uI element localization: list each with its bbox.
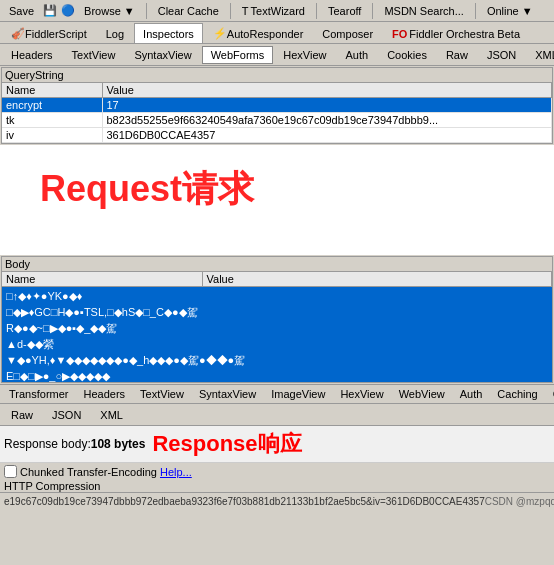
- body-section: Body Name Value □↑◆♦✦●YK●◆♦ □◆▶♦GC□H◆●▪T…: [1, 256, 553, 383]
- chunked-row: Chunked Transfer-Encoding Help...: [4, 465, 192, 478]
- trans-tab-imageview[interactable]: ImageView: [264, 386, 332, 402]
- resp-subtab-json[interactable]: JSON: [43, 406, 90, 424]
- body-selected-content[interactable]: □↑◆♦✦●YK●◆♦ □◆▶♦GC□H◆●▪TSL,□◆hS◆□_C◆●◆駕 …: [2, 287, 552, 382]
- text-icon: T: [242, 5, 249, 17]
- body-line-4: ▲d-◆◆縈: [6, 337, 548, 353]
- response-body-label: Response body:: [4, 437, 91, 451]
- trans-tab-hexview[interactable]: HexView: [333, 386, 390, 402]
- response-options: Chunked Transfer-Encoding Help...: [0, 463, 554, 480]
- table-row[interactable]: tk b823d55255e9f663240549afa7360e19c67c0…: [2, 113, 552, 128]
- tab-fiddler-orchestra[interactable]: FO Fiddler Orchestra Beta: [383, 23, 529, 43]
- status-text: e19c67c09db19ce73947dbbb972edbaeba9323f6…: [4, 496, 485, 507]
- msdn-search-button[interactable]: MSDN Search...: [379, 3, 468, 19]
- trans-tab-webview[interactable]: WebView: [392, 386, 452, 402]
- browse-button[interactable]: Browse ▼: [79, 3, 140, 19]
- http-compression-row: HTTP Compression: [0, 480, 554, 492]
- querystring-label: QueryString: [2, 68, 552, 83]
- row-value: 17: [102, 98, 552, 113]
- trans-tab-transformer[interactable]: Transformer: [2, 386, 76, 402]
- save-button[interactable]: Save: [4, 3, 39, 19]
- resp-subtab-xml[interactable]: XML: [91, 406, 132, 424]
- inspector-tab-row: Headers TextView SyntaxView WebForms Hex…: [0, 44, 554, 66]
- online-button[interactable]: Online ▼: [482, 3, 538, 19]
- body-table: Name Value: [2, 272, 552, 287]
- lightning-icon: ⚡: [213, 27, 227, 40]
- subtab-json[interactable]: JSON: [478, 46, 525, 64]
- subtab-xml[interactable]: XML: [526, 46, 554, 64]
- http-compression-label: HTTP Compression: [4, 480, 100, 492]
- subtab-webforms[interactable]: WebForms: [202, 46, 274, 64]
- status-right: CSDN @mzpqq: [485, 496, 554, 507]
- chunked-label: Chunked Transfer-Encoding: [20, 466, 157, 478]
- tab-fiddlerscript[interactable]: 🎻 FiddlerScript: [2, 23, 96, 43]
- toolbar-icon2: 🔵: [61, 4, 75, 17]
- toolbar: Save 💾 🔵 Browse ▼ Clear Cache T TextWiza…: [0, 0, 554, 22]
- trans-tab-syntaxview[interactable]: SyntaxView: [192, 386, 263, 402]
- subtab-cookies[interactable]: Cookies: [378, 46, 436, 64]
- toolbar-sep4: [372, 3, 373, 19]
- response-annotation: Response响应: [152, 429, 301, 459]
- response-body-line: Response body: 108 bytes Response响应: [4, 429, 550, 459]
- main-tab-row: 🎻 FiddlerScript Log Inspectors ⚡ AutoRes…: [0, 22, 554, 44]
- body-line-5: ▼◆●YH,♦▼◆◆◆◆◆◆◆●◆_h◆◆◆●◆駕●◆◆●駕: [6, 353, 548, 369]
- querystring-table: Name Value encrypt 17 tk b823d55255e9f66…: [2, 83, 552, 143]
- subtab-hexview[interactable]: HexView: [274, 46, 335, 64]
- subtab-raw[interactable]: Raw: [437, 46, 477, 64]
- trans-tab-headers[interactable]: Headers: [77, 386, 133, 402]
- main-container: Save 💾 🔵 Browse ▼ Clear Cache T TextWiza…: [0, 0, 554, 565]
- row-name: tk: [2, 113, 102, 128]
- row-name: iv: [2, 128, 102, 143]
- fo-icon: FO: [392, 28, 407, 40]
- tab-inspectors[interactable]: Inspectors: [134, 23, 203, 43]
- tab-composer[interactable]: Composer: [313, 23, 382, 43]
- body-line-3: R◆●◆~□▶◆●▪◆_◆◆駕: [6, 321, 548, 337]
- subtab-textview[interactable]: TextView: [63, 46, 125, 64]
- subtab-syntaxview[interactable]: SyntaxView: [125, 46, 200, 64]
- body-line-6: E□◆□▶●_○▶◆◆◆◆◆: [6, 369, 548, 382]
- toolbar-sep5: [475, 3, 476, 19]
- row-value: b823d55255e9f663240549afa7360e19c67c09db…: [102, 113, 552, 128]
- querystring-section: QueryString Name Value encrypt 17 tk b82…: [1, 67, 553, 144]
- response-bytes: 108 bytes: [91, 437, 146, 451]
- fiddler-icon: 🎻: [11, 27, 25, 40]
- response-panel: Response body: 108 bytes Response响应: [0, 426, 554, 463]
- subtab-headers[interactable]: Headers: [2, 46, 62, 64]
- status-bar: e19c67c09db19ce73947dbbb972edbaeba9323f6…: [0, 492, 554, 510]
- subtab-auth[interactable]: Auth: [337, 46, 378, 64]
- transformer-tab-row: Transformer Headers TextView SyntaxView …: [0, 384, 554, 404]
- col-header-name: Name: [2, 83, 102, 98]
- request-area: Request请求: [0, 145, 554, 255]
- chunked-checkbox[interactable]: [4, 465, 17, 478]
- tab-log[interactable]: Log: [97, 23, 133, 43]
- row-name: encrypt: [2, 98, 102, 113]
- body-col-name: Name: [2, 272, 202, 287]
- toolbar-icon1: 💾: [43, 4, 57, 17]
- trans-tab-auth[interactable]: Auth: [453, 386, 490, 402]
- resp-subtab-raw[interactable]: Raw: [2, 406, 42, 424]
- clear-cache-button[interactable]: Clear Cache: [153, 3, 224, 19]
- trans-tab-caching[interactable]: Caching: [490, 386, 544, 402]
- toolbar-sep2: [230, 3, 231, 19]
- tearoff-button[interactable]: Tearoff: [323, 3, 366, 19]
- trans-tab-textview[interactable]: TextView: [133, 386, 191, 402]
- trans-tab-cookies[interactable]: Cookies: [546, 386, 554, 402]
- tab-autoresponder[interactable]: ⚡ AutoResponder: [204, 23, 312, 43]
- table-row[interactable]: iv 361D6DB0CCAE4357: [2, 128, 552, 143]
- textwizard-button[interactable]: T TextWizard: [237, 3, 310, 19]
- request-annotation: Request请求: [40, 165, 254, 214]
- col-header-value: Value: [102, 83, 552, 98]
- response-subtab-row: Raw JSON XML: [0, 404, 554, 426]
- table-row[interactable]: encrypt 17: [2, 98, 552, 113]
- row-value: 361D6DB0CCAE4357: [102, 128, 552, 143]
- toolbar-sep1: [146, 3, 147, 19]
- body-section-label: Body: [2, 257, 552, 272]
- body-line-2: □◆▶♦GC□H◆●▪TSL,□◆hS◆□_C◆●◆駕: [6, 305, 548, 321]
- body-line-1: □↑◆♦✦●YK●◆♦: [6, 289, 548, 305]
- toolbar-sep3: [316, 3, 317, 19]
- body-col-value: Value: [202, 272, 552, 287]
- help-link[interactable]: Help...: [160, 466, 192, 478]
